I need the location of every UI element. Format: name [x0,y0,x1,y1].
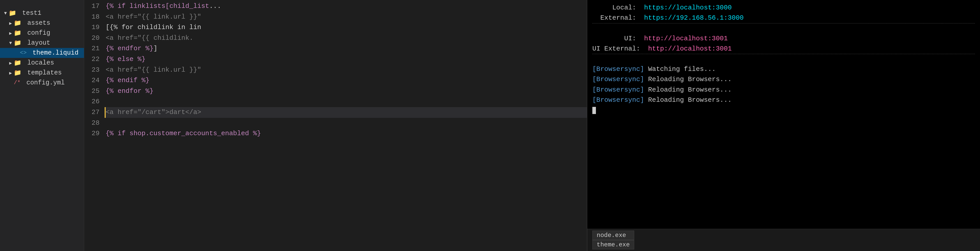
sidebar-item-templates[interactable]: ▶📁 templates [0,68,84,78]
terminal-text: Reloading Browsers... [644,76,732,83]
terminal-cursor [592,107,596,114]
terminal-line: [Browsersync] Reloading Browsers... [592,85,975,95]
folder-icon: 📁 [14,19,21,27]
tree-arrow: ▼ [4,11,9,16]
folder-icon: 📁 [14,29,21,37]
line-number: 27 [87,107,100,118]
terminal-url: http://localhost:3001 [644,35,728,42]
terminal-label: UI External: [592,45,648,52]
tree-arrow: ▶ [9,60,14,66]
terminal-text: Reloading Browsers... [644,86,732,94]
folder-icon: 📁 [14,69,21,76]
line-number: 26 [87,97,100,107]
tree-arrow: ▶ [9,30,14,36]
terminal-panel: Local: https://localhost:3000 External: … [587,0,980,251]
code-line: <a href="{{ link.url }}" [105,65,587,76]
code-token: <a href="/cart">dart</a> [106,107,201,118]
terminal-label: UI: [592,35,644,42]
line-number: 18 [87,12,100,22]
code-line: [{% for childlink in lin [105,22,587,33]
terminal-tab-node-tab[interactable]: node.exe [592,230,634,240]
tree-item-label: assets [24,19,50,27]
line-number: 17 [87,1,100,12]
tree-item-label: theme.liquid [29,49,78,57]
tree-arrow: ▼ [9,41,14,46]
tree-item-label: templates [24,69,62,76]
sidebar-item-test1[interactable]: ▼📁 test1 [0,8,84,18]
browsersync-label: [Browsersync] [592,76,644,83]
code-line: {% endfor %} [105,86,587,97]
sidebar-item-config[interactable]: ▶📁 config [0,28,84,38]
tree-item-label: test1 [18,10,41,17]
tree-arrow: ▶ [9,21,14,26]
code-content[interactable]: {% if linklists[child_list... <a href="{… [105,0,587,251]
terminal-line: [Browsersync] Watching files... [592,64,975,74]
code-token: [{% for childlink in lin [106,22,201,33]
code-token: <a href="{{ childlink. [106,33,193,44]
liquid-file-icon: <> [20,50,27,56]
sidebar-item-theme-liquid[interactable]: <> theme.liquid [0,48,84,58]
sidebar-item-layout[interactable]: ▼📁 layout [0,38,84,48]
terminal-label: External: [592,14,644,22]
sidebar: ▼📁 test1▶📁 assets▶📁 config▼📁 layout <> t… [0,0,84,251]
code-line: {% endfor %}] [105,43,587,54]
terminal-line: [Browsersync] Reloading Browsers... [592,74,975,84]
terminal-tabs: node.exetheme.exe [592,230,634,249]
line-number: 19 [87,22,100,33]
terminal-line [592,54,975,64]
code-line: <a href="{{ childlink. [105,33,587,44]
terminal-url: https://localhost:3000 [644,4,732,11]
code-token: {% endif %} [106,75,150,86]
line-numbers: 17181920212223242526272829 [84,0,105,251]
terminal-text: Reloading Browsers... [644,96,732,104]
folder-icon: 📁 [14,59,21,67]
code-line: <a href="{{ link.url }}" [105,12,587,22]
line-number: 25 [87,86,100,97]
sidebar-section-title [0,3,84,8]
code-line: {% else %} [105,54,587,65]
terminal-line: UI: http://localhost:3001 [592,33,975,44]
code-token: {% endfor %} [106,43,153,54]
line-number: 29 [87,128,100,139]
line-number: 21 [87,43,100,54]
line-number: 24 [87,75,100,86]
folder-icon: 📁 [14,39,21,47]
terminal-cursor-line [592,105,975,115]
code-area: 17181920212223242526272829 {% if linklis… [84,0,587,251]
sidebar-item-config-yml[interactable]: /* config.yml [0,78,84,88]
terminal-tab-theme-tab[interactable]: theme.exe [592,240,634,249]
sidebar-item-locales[interactable]: ▶📁 locales [0,58,84,68]
tree-item-label: locales [24,59,54,67]
code-token: {% endfor %} [106,86,153,97]
terminal-url: http://localhost:3001 [648,45,732,52]
folder-icon: 📁 [9,10,16,17]
terminal-output: Local: https://localhost:3000 External: … [587,0,980,229]
browsersync-label: [Browsersync] [592,65,644,73]
code-token: ... [209,1,221,12]
code-token: ] [153,43,158,54]
file-tree: ▼📁 test1▶📁 assets▶📁 config▼📁 layout <> t… [0,8,84,88]
code-token: <a href="{{ link.url }}" [106,12,201,22]
code-token: <a href="{{ link.url }}" [106,65,201,76]
code-token: {% if shop.customer_accounts_enabled %} [106,128,261,139]
terminal-line: [Browsersync] Reloading Browsers... [592,95,975,105]
browsersync-label: [Browsersync] [592,96,644,104]
terminal-line [592,23,975,33]
line-number: 23 [87,65,100,76]
terminal-bottom-bar: node.exetheme.exe [587,229,980,251]
line-number: 28 [87,118,100,129]
code-line [105,118,587,129]
code-token: {% else %} [106,54,145,65]
terminal-url: https://192.168.56.1:3000 [644,14,744,22]
terminal-label: Local: [592,4,644,11]
terminal-line: UI External: http://localhost:3001 [592,44,975,54]
code-line: <a href="/cart">dart</a> [105,107,587,118]
tree-item-label: config [24,29,50,37]
line-number: 22 [87,54,100,65]
config-file-icon: /* [14,79,21,86]
code-editor: 17181920212223242526272829 {% if linklis… [84,0,587,251]
browsersync-label: [Browsersync] [592,86,644,94]
code-line: {% if shop.customer_accounts_enabled %} [105,128,587,139]
sidebar-item-assets[interactable]: ▶📁 assets [0,18,84,28]
terminal-line: External: https://192.168.56.1:3000 [592,13,975,23]
